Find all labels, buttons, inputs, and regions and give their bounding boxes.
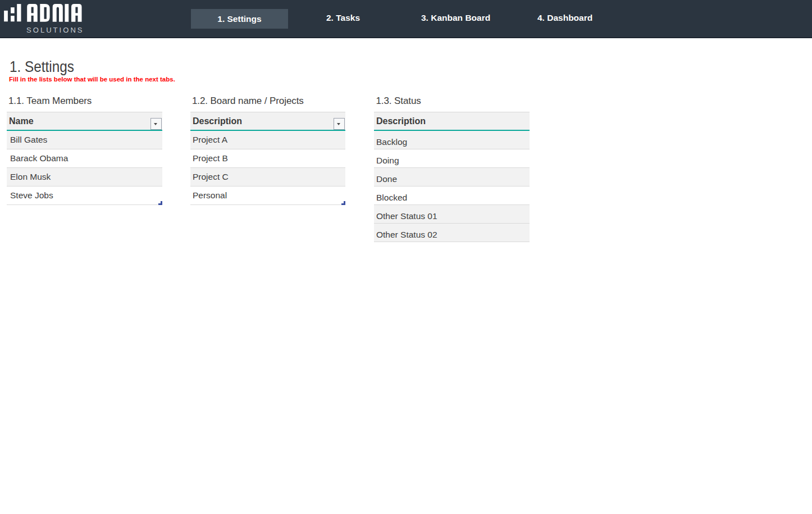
- svg-text:SOLUTIONS: SOLUTIONS: [26, 26, 84, 34]
